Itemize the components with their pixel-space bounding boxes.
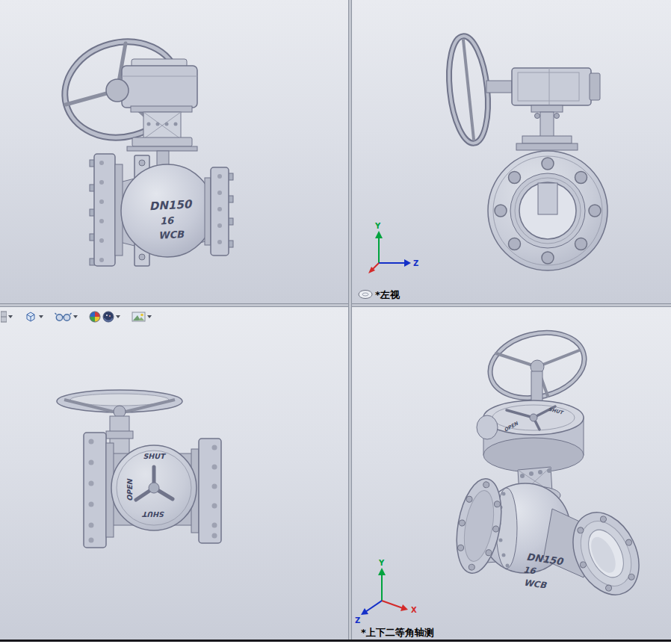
svg-text:OPEN: OPEN (126, 478, 134, 501)
hide-show-dropdown-arrow-icon[interactable] (73, 315, 78, 318)
svg-text:Y: Y (378, 559, 385, 567)
view-label: *上下二等角轴测 (361, 627, 434, 638)
svg-text:X: X (411, 606, 417, 614)
view-label: *左视 (359, 289, 401, 300)
wheel-shaft[interactable] (486, 81, 512, 93)
display-style-button[interactable] (23, 309, 38, 324)
display-style-dropdown-arrow-icon[interactable] (39, 315, 43, 318)
viewport-isometric[interactable]: OPEN SHUT (352, 307, 671, 640)
right-flange[interactable] (205, 167, 233, 256)
orientation-triad: Y X Z (355, 559, 417, 625)
apply-scene-button[interactable] (102, 309, 115, 324)
handwheel[interactable] (57, 390, 182, 418)
solidworks-multiview-window: DN150 16 WCB (0, 0, 671, 644)
apply-scene-icon (102, 311, 114, 323)
display-style-cube-icon (24, 310, 37, 323)
svg-text:WCB: WCB (158, 229, 185, 241)
handwheel[interactable] (445, 34, 493, 145)
horizontal-splitter[interactable] (0, 303, 671, 307)
window-bottom-edge (0, 640, 671, 642)
edit-appearance-button[interactable] (88, 309, 102, 324)
handwheel-hub[interactable] (106, 79, 129, 102)
section-view-button[interactable] (0, 309, 7, 324)
left-flange[interactable] (90, 154, 123, 266)
svg-text:WCB: WCB (523, 578, 548, 591)
vertical-splitter[interactable] (348, 0, 352, 640)
side-knob[interactable] (477, 415, 498, 439)
svg-text:16: 16 (523, 564, 537, 576)
stem[interactable] (516, 105, 578, 150)
section-view-icon (1, 311, 7, 323)
y-axis-arrow-icon (375, 231, 383, 238)
view-settings-photo-icon (132, 311, 146, 323)
svg-text:SHUT: SHUT (143, 452, 167, 460)
svg-text:16: 16 (160, 214, 176, 226)
right-flange[interactable] (560, 501, 652, 605)
view-label-icon (359, 291, 372, 299)
edit-appearance-ball-icon (89, 311, 101, 323)
viewport-front[interactable]: DN150 16 WCB (0, 0, 348, 303)
svg-text:SHUT: SHUT (141, 510, 165, 518)
svg-text:Z: Z (413, 259, 418, 267)
gearbox[interactable] (122, 59, 197, 112)
svg-text:*左视: *左视 (375, 289, 401, 300)
hide-show-glasses-icon (55, 311, 72, 323)
top-view-canvas[interactable]: SHUT OPEN SHUT (0, 307, 348, 640)
svg-text:Y: Y (374, 222, 381, 230)
x-axis-arrow-icon (401, 604, 408, 611)
svg-text:DN150: DN150 (149, 197, 193, 213)
heads-up-toolbar (0, 309, 155, 325)
y-axis-arrow-icon (378, 568, 386, 575)
viewport-left[interactable]: Y Z *左视 (352, 0, 671, 303)
isometric-view-canvas[interactable]: OPEN SHUT (352, 307, 671, 640)
viewport-top[interactable]: SHUT OPEN SHUT (0, 307, 348, 640)
z-axis-arrow-icon (404, 259, 411, 267)
section-view-dropdown-arrow-icon[interactable] (8, 315, 13, 318)
apply-scene-dropdown-arrow-icon[interactable] (116, 315, 120, 318)
left-flange[interactable] (84, 433, 114, 548)
view-settings-dropdown-arrow-icon[interactable] (147, 315, 152, 318)
left-view-canvas[interactable]: Y Z *左视 (352, 0, 671, 303)
flange-face[interactable] (488, 151, 607, 270)
svg-text:Z: Z (355, 616, 360, 625)
orientation-triad: Y Z (368, 222, 418, 273)
body-engraving: DN150 16 WCB (521, 551, 565, 592)
front-view-canvas[interactable]: DN150 16 WCB (0, 0, 348, 303)
view-settings-button[interactable] (131, 309, 146, 324)
gearbox[interactable]: OPEN SHUT (477, 400, 584, 472)
hide-show-items-button[interactable] (54, 309, 72, 324)
gearbox[interactable] (512, 68, 600, 105)
